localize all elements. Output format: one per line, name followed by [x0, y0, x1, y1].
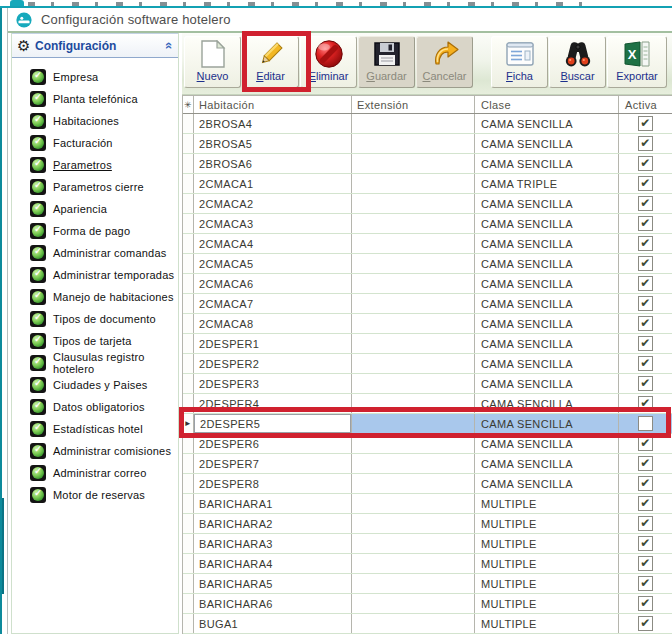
- cell-habitacion[interactable]: 2DESPER5: [194, 414, 352, 433]
- activa-checkbox[interactable]: ✔: [638, 536, 653, 551]
- cell-extension[interactable]: [352, 234, 475, 253]
- cell-extension[interactable]: [352, 154, 475, 173]
- activa-checkbox[interactable]: ✔: [638, 256, 653, 271]
- cell-clase[interactable]: CAMA SENCILLA: [475, 214, 619, 233]
- cell-clase[interactable]: CAMA SENCILLA: [475, 294, 619, 313]
- cell-habitacion[interactable]: 2CMACA8: [194, 314, 352, 333]
- cell-habitacion[interactable]: 2CMACA2: [194, 194, 352, 213]
- sidebar-item-tipos-de-documento[interactable]: Tipos de documento: [12, 308, 178, 330]
- cell-clase[interactable]: MULTIPLE: [475, 574, 619, 593]
- cell-extension[interactable]: [352, 134, 475, 153]
- sidebar-item-habitaciones[interactable]: Habitaciones: [12, 110, 178, 132]
- activa-checkbox[interactable]: ✔: [638, 136, 653, 151]
- sidebar-item-facturación[interactable]: Facturación: [12, 132, 178, 154]
- cell-habitacion[interactable]: BARICHARA4: [194, 554, 352, 573]
- cell-extension[interactable]: [352, 354, 475, 373]
- sidebar-item-empresa[interactable]: Empresa: [12, 66, 178, 88]
- cell-clase[interactable]: CAMA TRIPLE: [475, 174, 619, 193]
- cell-habitacion[interactable]: 2CMACA6: [194, 274, 352, 293]
- cell-extension[interactable]: [352, 274, 475, 293]
- cell-clase[interactable]: CAMA SENCILLA: [475, 394, 619, 413]
- cell-extension[interactable]: [352, 294, 475, 313]
- cell-habitacion[interactable]: 2DESPER8: [194, 474, 352, 493]
- sidebar-item-clausulas-registro-hotelero[interactable]: Clausulas registro hotelero: [12, 352, 178, 374]
- activa-checkbox[interactable]: ✔: [638, 456, 653, 471]
- sidebar-item-planta-telefónica[interactable]: Planta telefónica: [12, 88, 178, 110]
- cell-habitacion[interactable]: BARICHARA6: [194, 594, 352, 613]
- activa-checkbox[interactable]: ✔: [638, 556, 653, 571]
- activa-checkbox[interactable]: [638, 416, 653, 431]
- cell-habitacion[interactable]: 2DESPER6: [194, 434, 352, 453]
- column-header-extension[interactable]: Extensión: [352, 96, 475, 113]
- cell-habitacion[interactable]: 2BROSA6: [194, 154, 352, 173]
- cell-clase[interactable]: CAMA SENCILLA: [475, 314, 619, 333]
- sidebar-item-administrar-comisiones[interactable]: Administrar comisiones: [12, 440, 178, 462]
- cell-extension[interactable]: [352, 494, 475, 513]
- cell-extension[interactable]: [352, 174, 475, 193]
- cell-habitacion[interactable]: BARICHARA2: [194, 514, 352, 533]
- activa-checkbox[interactable]: ✔: [638, 576, 653, 591]
- buscar-button[interactable]: Buscar: [549, 36, 606, 88]
- cell-clase[interactable]: MULTIPLE: [475, 534, 619, 553]
- sidebar-item-administrar-temporadas[interactable]: Administrar temporadas: [12, 264, 178, 286]
- activa-checkbox[interactable]: ✔: [638, 596, 653, 611]
- activa-checkbox[interactable]: ✔: [638, 216, 653, 231]
- nuevo-button[interactable]: Nuevo: [184, 36, 241, 88]
- activa-checkbox[interactable]: ✔: [638, 196, 653, 211]
- activa-checkbox[interactable]: ✔: [638, 116, 653, 131]
- sidebar-item-administrar-correo[interactable]: Administrar correo: [12, 462, 178, 484]
- activa-checkbox[interactable]: ✔: [638, 316, 653, 331]
- cell-extension[interactable]: [352, 534, 475, 553]
- cell-habitacion[interactable]: 2BROSA5: [194, 134, 352, 153]
- cell-extension[interactable]: [352, 334, 475, 353]
- cell-habitacion[interactable]: BUGA1: [194, 614, 352, 633]
- activa-checkbox[interactable]: ✔: [638, 276, 653, 291]
- cell-extension[interactable]: [352, 114, 475, 133]
- cell-clase[interactable]: MULTIPLE: [475, 614, 619, 633]
- activa-checkbox[interactable]: ✔: [638, 356, 653, 371]
- cell-extension[interactable]: [352, 254, 475, 273]
- cell-extension[interactable]: [352, 554, 475, 573]
- cell-habitacion[interactable]: 2DESPER2: [194, 354, 352, 373]
- cell-extension[interactable]: [352, 574, 475, 593]
- activa-checkbox[interactable]: ✔: [638, 616, 653, 631]
- cell-clase[interactable]: CAMA SENCILLA: [475, 474, 619, 493]
- cell-habitacion[interactable]: BARICHARA3: [194, 534, 352, 553]
- cell-clase[interactable]: CAMA SENCILLA: [475, 194, 619, 213]
- cell-extension[interactable]: [352, 454, 475, 473]
- exportar-button[interactable]: X Exportar: [607, 36, 667, 88]
- sidebar-item-datos-obligatorios[interactable]: Datos obligatorios: [12, 396, 178, 418]
- sidebar-item-manejo-de-habitaciones[interactable]: Manejo de habitaciones: [12, 286, 178, 308]
- cell-clase[interactable]: CAMA SENCILLA: [475, 114, 619, 133]
- cell-extension[interactable]: [352, 594, 475, 613]
- cell-clase[interactable]: CAMA SENCILLA: [475, 134, 619, 153]
- cell-clase[interactable]: MULTIPLE: [475, 514, 619, 533]
- cell-habitacion[interactable]: 2CMACA3: [194, 214, 352, 233]
- cell-extension[interactable]: [352, 614, 475, 633]
- column-header-activa[interactable]: Activa: [619, 96, 672, 113]
- sidebar-item-ciudades-y-paises[interactable]: Ciudades y Paises: [12, 374, 178, 396]
- sidebar-item-motor-de-reservas[interactable]: Motor de reservas: [12, 484, 178, 506]
- cell-clase[interactable]: MULTIPLE: [475, 554, 619, 573]
- sidebar-item-forma-de-pago[interactable]: Forma de pago: [12, 220, 178, 242]
- activa-checkbox[interactable]: ✔: [638, 496, 653, 511]
- cell-habitacion[interactable]: BARICHARA1: [194, 494, 352, 513]
- cell-clase[interactable]: MULTIPLE: [475, 494, 619, 513]
- activa-checkbox[interactable]: ✔: [638, 436, 653, 451]
- activa-checkbox[interactable]: ✔: [638, 236, 653, 251]
- column-header-clase[interactable]: Clase: [475, 96, 619, 113]
- cell-clase[interactable]: CAMA SENCILLA: [475, 154, 619, 173]
- cell-extension[interactable]: [352, 194, 475, 213]
- cell-habitacion[interactable]: 2CMACA1: [194, 174, 352, 193]
- sidebar-item-apariencia[interactable]: Apariencia: [12, 198, 178, 220]
- cell-extension[interactable]: [352, 374, 475, 393]
- sidebar-header[interactable]: ⚙ Configuración «: [12, 33, 178, 58]
- cell-clase[interactable]: CAMA SENCILLA: [475, 254, 619, 273]
- cell-clase[interactable]: CAMA SENCILLA: [475, 234, 619, 253]
- cell-habitacion[interactable]: BARICHARA5: [194, 574, 352, 593]
- cell-clase[interactable]: CAMA SENCILLA: [475, 374, 619, 393]
- sidebar-item-parametros[interactable]: Parametros: [12, 154, 178, 176]
- cell-clase[interactable]: MULTIPLE: [475, 594, 619, 613]
- cell-habitacion[interactable]: 2DESPER7: [194, 454, 352, 473]
- cell-clase[interactable]: CAMA SENCILLA: [475, 454, 619, 473]
